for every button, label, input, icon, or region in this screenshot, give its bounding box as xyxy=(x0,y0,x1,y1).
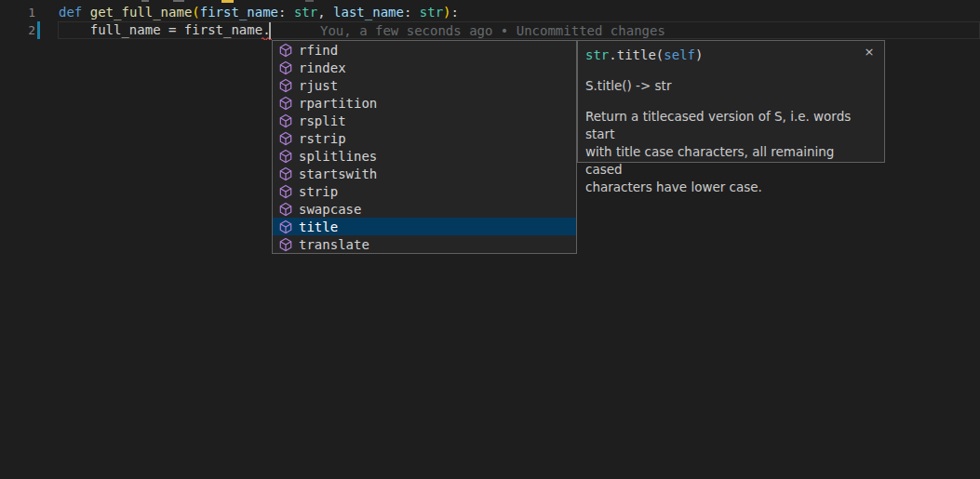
docs-description-line: with title case characters, all remainin… xyxy=(585,143,875,179)
code-token: full_name = first_name. xyxy=(59,22,271,37)
close-icon[interactable]: × xyxy=(863,46,876,59)
suggestion-label: rpartition xyxy=(299,96,377,111)
code-line-1[interactable]: def get_full_name(first_name: str, last_… xyxy=(59,4,980,21)
method-cube-icon xyxy=(278,184,293,199)
code-token: : xyxy=(451,5,459,20)
autocomplete-suggestion-list: rfindrindexrjustrpartitionrsplitrstripsp… xyxy=(272,40,577,254)
cropped-line-fragment xyxy=(173,0,184,2)
docs-description-line: characters have lower case. xyxy=(585,179,875,196)
code-token xyxy=(82,5,89,20)
modified-line-indicator xyxy=(37,21,40,39)
code-token xyxy=(326,5,333,20)
suggestion-label: translate xyxy=(299,237,369,252)
suggestion-item-startswith[interactable]: startswith xyxy=(273,165,576,182)
method-cube-icon xyxy=(278,113,293,128)
method-cube-icon xyxy=(278,96,293,111)
suggestion-item-swapcase[interactable]: swapcase xyxy=(273,200,576,218)
docs-description: Return a titlecased version of S, i.e. w… xyxy=(585,108,875,196)
method-cube-icon xyxy=(278,202,293,217)
code-token: , xyxy=(317,5,325,20)
suggestion-item-title[interactable]: title xyxy=(273,218,576,235)
suggestion-item-rsplit[interactable]: rsplit xyxy=(273,112,576,129)
method-cube-icon xyxy=(278,131,293,146)
code-token: def xyxy=(59,5,82,20)
suggestion-label: strip xyxy=(299,184,338,199)
suggestion-docs-popup: str.title(self) × S.title() -> str Retur… xyxy=(577,40,885,163)
code-token: str xyxy=(286,5,317,20)
code-token: ( xyxy=(192,5,199,20)
suggestion-item-rfind[interactable]: rfind xyxy=(273,41,576,59)
suggestion-label: startswith xyxy=(299,166,377,181)
docs-description-line: Return a titlecased version of S, i.e. w… xyxy=(585,108,875,143)
code-token: str xyxy=(585,47,609,62)
method-cube-icon xyxy=(278,149,293,164)
suggestion-label: title xyxy=(299,220,338,234)
code-token: ) xyxy=(443,5,450,20)
suggestion-item-rindex[interactable]: rindex xyxy=(273,59,576,76)
code-token: str xyxy=(411,5,443,20)
git-blame-annotation: You, a few seconds ago • Uncommitted cha… xyxy=(320,22,665,40)
suggestion-label: swapcase xyxy=(299,202,361,217)
suggestion-item-splitlines[interactable]: splitlines xyxy=(273,147,576,165)
suggestion-label: rfind xyxy=(299,43,338,58)
cropped-line-fragment xyxy=(305,0,314,2)
suggestion-label: rjust xyxy=(299,78,338,93)
method-cube-icon xyxy=(278,237,293,252)
code-token: .title( xyxy=(609,47,664,62)
suggestion-item-rjust[interactable]: rjust xyxy=(273,76,576,94)
method-cube-icon xyxy=(278,166,293,181)
suggestion-item-rpartition[interactable]: rpartition xyxy=(273,94,576,112)
method-signature: str.title(self) xyxy=(585,47,875,64)
text-cursor xyxy=(269,22,271,39)
docs-summary: S.title() -> str xyxy=(585,77,875,95)
suggestion-item-rstrip[interactable]: rstrip xyxy=(273,129,576,147)
code-token: get_full_name xyxy=(90,5,193,20)
line-number-2: 2 xyxy=(0,21,35,39)
code-token: first_name xyxy=(200,5,278,20)
code-token: self xyxy=(664,47,695,62)
suggestion-label: rstrip xyxy=(299,131,346,146)
code-token: last_name xyxy=(333,5,404,20)
method-cube-icon xyxy=(278,220,293,234)
method-cube-icon xyxy=(278,78,293,93)
suggestion-item-translate[interactable]: translate xyxy=(273,235,576,253)
code-editor: 1 2 def get_full_name(first_name: str, l… xyxy=(0,0,980,479)
method-cube-icon xyxy=(278,43,293,58)
cropped-line-fragment xyxy=(222,0,234,3)
code-token: ) xyxy=(695,47,703,62)
suggestion-label: rsplit xyxy=(299,113,346,128)
suggestion-label: splitlines xyxy=(299,149,377,164)
method-cube-icon xyxy=(278,60,293,75)
line-number-1: 1 xyxy=(0,4,35,21)
suggestion-item-strip[interactable]: strip xyxy=(273,182,576,200)
suggestion-label: rindex xyxy=(299,60,346,75)
cropped-line-fragment xyxy=(141,0,149,2)
